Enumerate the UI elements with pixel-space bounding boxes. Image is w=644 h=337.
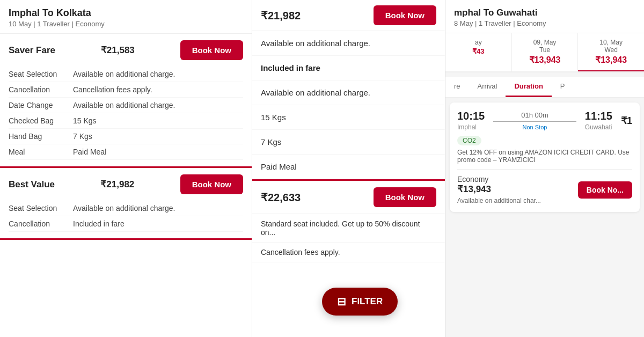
best-row-1: Cancellation Included in fare xyxy=(9,216,243,232)
co2-row: CO2 xyxy=(457,135,632,145)
mid-item-4: 7 Kgs xyxy=(252,130,445,155)
middle-panel: ₹21,982 Book Now Available on additional… xyxy=(252,0,445,337)
date-label-2: Wed xyxy=(582,46,640,54)
best-value-header: Best Value ₹21,982 Book Now xyxy=(9,174,243,194)
left-flight-subtitle: 10 May | 1 Traveller | Economy xyxy=(9,20,243,28)
tab-re[interactable]: re xyxy=(445,77,469,97)
stop-label: Non Stop xyxy=(493,124,576,130)
economy-row: Economy ₹13,943 Available on additional … xyxy=(457,169,632,204)
flight-duration-info: 01h 00m Non Stop xyxy=(493,111,576,130)
mid-bottom-item-0: Standard seat included. Get up to 50% di… xyxy=(252,214,445,243)
arrive-info: 11:15 Guwahati xyxy=(585,110,612,131)
filter-label: FILTER xyxy=(352,296,383,307)
mid-item-3: 15 Kgs xyxy=(252,105,445,130)
saver-label-2: Date Change xyxy=(9,101,73,109)
saver-label-5: Meal xyxy=(9,148,73,156)
saver-value-5: Paid Meal xyxy=(73,148,106,156)
saver-label-1: Cancellation xyxy=(9,85,73,94)
right-flight-title: mphal To Guwahati xyxy=(454,8,635,18)
tab-duration[interactable]: Duration xyxy=(506,77,551,97)
avail-text: Available on additional char... xyxy=(457,197,541,204)
best-value-section: Best Value ₹21,982 Book Now Seat Selecti… xyxy=(0,168,252,240)
tab-p[interactable]: P xyxy=(552,77,574,97)
filter-button[interactable]: ⊟ FILTER xyxy=(322,288,398,316)
saver-fare-section: Saver Fare ₹21,583 Book Now Seat Selecti… xyxy=(0,34,252,168)
mid-item-2: Available on additional charge. xyxy=(252,80,445,105)
saver-value-1: Cancellation fees apply. xyxy=(73,85,152,94)
date-price-0: ₹43 xyxy=(450,47,507,55)
saver-fare-price: ₹21,583 xyxy=(101,45,135,56)
saver-label-4: Hand Bag xyxy=(9,132,73,141)
mid-item-1: Included in fare xyxy=(252,56,445,80)
flight-price-partial: ₹1 xyxy=(621,115,632,127)
mid-bottom-book-button[interactable]: Book Now xyxy=(374,187,436,207)
economy-book-button[interactable]: Book No... xyxy=(578,181,632,199)
right-panel: mphal To Guwahati 8 May | 1 Traveller | … xyxy=(445,0,644,337)
right-flight-subtitle: 8 May | 1 Traveller | Economy xyxy=(454,19,635,27)
saver-fare-header: Saver Fare ₹21,583 Book Now xyxy=(9,40,243,60)
saver-label-3: Checked Bag xyxy=(9,116,73,125)
date-day-2: 10, May xyxy=(582,39,640,46)
best-row-0: Seat Selection Available on additional c… xyxy=(9,201,243,216)
tab-row: re Arrival Duration P xyxy=(445,77,644,98)
saver-label-0: Seat Selection xyxy=(9,70,73,78)
depart-time: 10:15 xyxy=(457,110,485,122)
economy-info: Economy ₹13,943 Available on additional … xyxy=(457,175,541,204)
saver-value-0: Available on additional charge. xyxy=(73,70,175,78)
date-label-1: Tue xyxy=(516,46,574,54)
best-value-price: ₹21,982 xyxy=(100,179,134,190)
saver-row-0: Seat Selection Available on additional c… xyxy=(9,67,243,82)
duration-text: 01h 00m xyxy=(493,111,576,119)
mid-item-5: Paid Meal xyxy=(252,155,445,179)
saver-value-3: 15 Kgs xyxy=(73,116,97,125)
mid-top-price: ₹21,982 xyxy=(261,9,301,22)
left-flight-title: Imphal To Kolkata xyxy=(9,8,243,19)
mid-bottom-price: ₹22,633 xyxy=(261,191,301,204)
saver-row-5: Meal Paid Meal xyxy=(9,144,243,160)
date-price-1: ₹13,943 xyxy=(516,55,574,65)
left-panel: Imphal To Kolkata 10 May | 1 Traveller |… xyxy=(0,0,252,337)
date-price-2: ₹13,943 xyxy=(582,55,640,65)
tab-arrival[interactable]: Arrival xyxy=(469,77,506,97)
saver-row-2: Date Change Available on additional char… xyxy=(9,98,243,113)
saver-book-button[interactable]: Book Now xyxy=(180,40,243,60)
left-header: Imphal To Kolkata 10 May | 1 Traveller |… xyxy=(0,0,252,34)
saver-row-3: Checked Bag 15 Kgs xyxy=(9,113,243,129)
economy-price: ₹13,943 xyxy=(457,184,541,195)
best-value-1: Included in fare xyxy=(73,219,125,228)
saver-value-4: 7 Kgs xyxy=(73,132,92,141)
saver-value-2: Available on additional charge. xyxy=(73,101,175,109)
saver-row-1: Cancellation Cancellation fees apply. xyxy=(9,82,243,98)
arrive-airport: Guwahati xyxy=(585,123,612,131)
right-header: mphal To Guwahati 8 May | 1 Traveller | … xyxy=(445,0,644,33)
best-label-1: Cancellation xyxy=(9,219,73,228)
flight-card: 10:15 Imphal 01h 00m Non Stop 11:15 Guwa… xyxy=(450,102,640,212)
mid-bottom-item-1: Cancellation fees apply. xyxy=(252,243,445,262)
best-value-name: Best Value xyxy=(9,179,55,190)
mid-top-book-button[interactable]: Book Now xyxy=(374,5,436,25)
economy-label: Economy xyxy=(457,175,541,184)
arrive-time: 11:15 xyxy=(585,110,612,122)
date-day-0: ay xyxy=(450,39,507,46)
best-value-book-button[interactable]: Book Now xyxy=(180,174,243,194)
best-value-0: Available on additional charge. xyxy=(73,204,175,213)
filter-icon: ⊟ xyxy=(337,295,346,308)
flight-row: 10:15 Imphal 01h 00m Non Stop 11:15 Guwa… xyxy=(457,110,632,131)
co2-badge: CO2 xyxy=(457,136,481,145)
promo-text: Get 12% OFF on using AMAZON ICICI CREDIT… xyxy=(457,149,632,164)
date-day-1: 09, May xyxy=(516,39,574,46)
depart-airport: Imphal xyxy=(457,123,485,131)
date-item-1[interactable]: 09, May Tue ₹13,943 xyxy=(512,33,579,71)
best-label-0: Seat Selection xyxy=(9,204,73,213)
saver-fare-name: Saver Fare xyxy=(9,45,55,56)
mid-top-price-row: ₹21,982 Book Now xyxy=(252,0,445,31)
date-item-2[interactable]: 10, May Wed ₹13,943 xyxy=(578,33,644,71)
stop-line xyxy=(493,121,576,122)
date-item-0[interactable]: ay ₹43 xyxy=(445,33,512,71)
mid-item-0: Available on additional charge. xyxy=(252,31,445,56)
mid-bottom-price-row: ₹22,633 Book Now xyxy=(252,181,445,214)
depart-info: 10:15 Imphal xyxy=(457,110,485,131)
date-selector: ay ₹43 09, May Tue ₹13,943 10, May Wed ₹… xyxy=(445,33,644,72)
saver-row-4: Hand Bag 7 Kgs xyxy=(9,129,243,144)
